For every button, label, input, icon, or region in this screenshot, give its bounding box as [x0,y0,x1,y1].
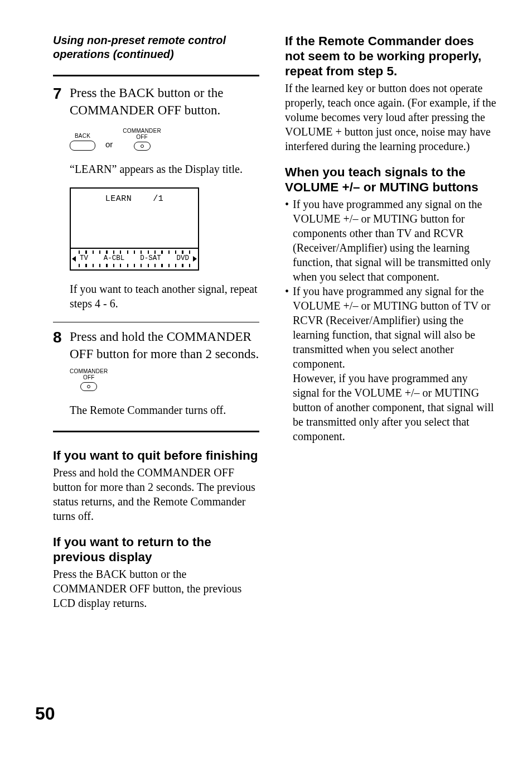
lcd-bottom: TV A-CBL D-SAT DVD [71,248,198,269]
lcd-title: LEARN /1 [78,194,191,205]
lcd-labels: TV A-CBL D-SAT DVD [74,254,195,264]
teach-heading: When you teach signals to the VOLUME +/–… [285,165,497,195]
step-text: Press the BACK button or the COMMANDER O… [70,84,259,119]
step-8: 8 Press and hold the COMMANDER OFF butto… [53,328,259,363]
lcd-top: LEARN /1 [71,189,198,248]
arrow-right-icon [193,256,197,262]
lcd-label: A-CBL [104,254,125,263]
arrow-left-icon [72,256,76,262]
commander-off-diagram: COMMANDER OFF [70,368,259,392]
or-text: or [105,139,113,151]
bullet-icon: • [285,197,293,284]
off-button-icon [134,142,151,151]
page: Using non-preset remote control operatio… [0,0,532,757]
lcd-label: TV [80,254,88,263]
bullet-text-b: However, if you have programmed any sign… [293,372,494,442]
ticks-bottom [74,264,195,267]
dot-icon [141,144,144,148]
step-7-tail: If you want to teach another signal, rep… [70,282,259,311]
lcd-label: D-SAT [140,254,161,263]
bullet-text: If you have programmed any signal on the… [293,197,497,284]
return-heading: If you want to return to the previous di… [53,534,259,565]
quit-body: Press and hold the COMMANDER OFF button … [53,465,259,523]
dot-icon [87,385,90,388]
divider [53,431,259,432]
back-button-diagram: BACK [70,133,95,151]
bullet-item: • If you have programmed any signal for … [285,284,497,443]
return-body: Press the BACK button or the COMMANDER O… [53,567,259,610]
step-text: Press and hold the COMMANDER OFF button … [70,328,259,363]
bullet-text: If you have programmed any signal for th… [293,284,497,443]
button-diagram-row: BACK or COMMANDER OFF [70,128,259,151]
step-number: 8 [53,328,70,345]
off-label: OFF [123,134,161,140]
step-7-note: “LEARN” appears as the Display title. [70,162,259,176]
bullet-text-a: If you have programmed any signal for th… [293,285,490,370]
notworking-heading: If the Remote Commander does not seem to… [285,33,497,79]
bullet-item: • If you have programmed any signal on t… [285,197,497,284]
step-7: 7 Press the BACK button or the COMMANDER… [53,84,259,119]
bullet-icon: • [285,284,293,443]
off-button-icon [80,382,97,391]
divider [53,75,259,76]
lcd-title-left: LEARN [105,194,132,204]
two-columns: Using non-preset remote control operatio… [53,33,497,610]
off-label: OFF [70,374,108,380]
commander-label: COMMANDER [70,368,108,374]
continued-heading: Using non-preset remote control operatio… [53,33,259,61]
commander-off-diagram: COMMANDER OFF [123,128,161,151]
left-column: Using non-preset remote control operatio… [53,33,259,610]
step-8-tail: The Remote Commander turns off. [70,403,259,417]
lcd-title-right: /1 [153,194,163,204]
commander-label: COMMANDER [123,128,161,134]
divider [53,322,259,322]
notworking-body: If the learned key or button does not op… [285,81,497,153]
right-column: If the Remote Commander does not seem to… [285,33,497,610]
page-number: 50 [35,702,55,725]
back-label: BACK [70,133,95,139]
step-number: 7 [53,84,70,102]
lcd-display: LEARN /1 TV A-CBL D-SAT DVD [70,187,199,271]
lcd-label: DVD [176,254,189,263]
quit-heading: If you want to quit before finishing [53,448,259,463]
back-button-icon [70,141,95,151]
